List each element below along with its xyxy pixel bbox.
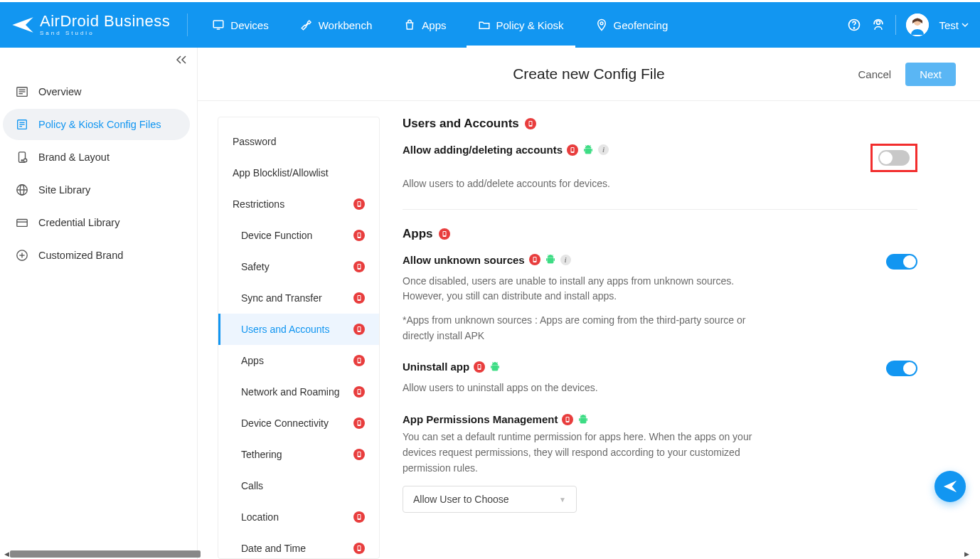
support-icon[interactable] [871,18,885,32]
horizontal-scrollbar[interactable]: ◀ ▶ [3,550,970,558]
sidebar-item-brand-layout[interactable]: Brand & Layout [3,142,190,173]
svg-rect-67 [579,418,580,421]
device-badge-icon [474,361,485,373]
scroll-right-icon[interactable]: ▶ [963,550,970,558]
sidebar-item-customized-brand[interactable]: Customized Brand [3,240,190,271]
svg-point-18 [23,159,27,162]
nav-apps[interactable]: Apps [388,2,462,48]
device-badge-icon [353,198,365,210]
toggle-highlight [870,144,917,172]
device-badge-icon [353,386,365,398]
next-button[interactable]: Next [905,63,956,86]
sidebar-item-policy-kiosk-config[interactable]: Policy & Kiosk Config Files [3,109,190,140]
svg-rect-52 [572,148,574,151]
device-badge-icon [562,414,573,425]
svg-rect-60 [553,258,555,261]
category-item[interactable]: Users and Accounts [218,314,379,345]
scroll-left-icon[interactable]: ◀ [3,550,10,558]
page-title: Create new Config File [513,65,665,82]
svg-rect-46 [358,515,361,518]
category-item[interactable]: Password [218,126,379,157]
category-item[interactable]: Network and Roaming [218,376,379,408]
category-item[interactable]: Apps [218,345,379,376]
setting-note: *Apps from unknown sources : Apps are co… [403,313,758,344]
svg-rect-22 [17,220,27,227]
nav-items: Devices Workbench Apps Policy & Kiosk Ge… [196,2,847,48]
sidebar-item-overview[interactable]: Overview [3,76,190,107]
setting-description: You can set a default runtime permission… [403,430,758,476]
info-icon[interactable]: i [560,255,571,265]
svg-rect-50 [529,122,531,125]
setting-label: Uninstall app [403,361,469,373]
sidebar-item-site-library[interactable]: Site Library [3,174,190,206]
svg-rect-58 [533,257,536,261]
device-badge-icon [353,230,365,241]
svg-rect-44 [358,452,361,456]
nav-policy-kiosk[interactable]: Policy & Kiosk [462,2,580,48]
setting-uninstall-app: Uninstall app Allow users to uninstall a… [403,361,917,396]
category-item[interactable]: Restrictions [218,188,379,220]
folder-icon [478,18,491,31]
pin-icon [595,18,608,31]
section-users-accounts: Users and Accounts [403,117,917,131]
content-header: Create new Config File Cancel Next [198,48,980,101]
category-item[interactable]: Calls [218,470,379,501]
category-item[interactable]: Sync and Transfer [218,282,379,314]
category-item[interactable]: Location [218,501,379,533]
cancel-button[interactable]: Cancel [858,68,891,80]
sidebar-item-credential-library[interactable]: Credential Library [3,207,190,238]
settings-panel: Users and Accounts Allow adding/deleting… [403,117,960,559]
nav-workbench[interactable]: Workbench [284,2,388,48]
category-item[interactable]: Safety [218,251,379,282]
category-item[interactable]: Device Connectivity [218,408,379,439]
svg-rect-66 [567,417,569,421]
phone-gear-icon [16,151,28,164]
svg-rect-54 [592,149,593,151]
nav-geofencing[interactable]: Geofencing [580,2,684,48]
device-badge-icon [439,228,450,240]
svg-rect-34 [358,296,361,299]
wrench-icon [300,18,313,31]
category-item[interactable]: App Blocklist/Allowlist [218,157,379,188]
setting-description: Once disabled, users are unable to insta… [403,274,758,304]
toggle-uninstall-app[interactable] [886,361,917,376]
svg-point-2 [600,22,603,25]
svg-rect-62 [479,365,481,368]
device-badge-icon [353,449,365,460]
category-item[interactable]: Tethering [218,439,379,470]
fab-send[interactable] [934,471,966,502]
svg-rect-64 [499,366,500,368]
svg-rect-32 [358,265,361,268]
paper-plane-logo-icon [11,14,34,36]
toggle-unknown-sources[interactable] [886,254,917,270]
info-icon[interactable]: i [598,144,609,155]
svg-rect-42 [358,421,361,425]
nav-devices[interactable]: Devices [196,2,284,48]
svg-rect-40 [358,390,361,393]
header-right: Test [847,14,969,36]
device-badge-icon [525,118,536,129]
help-icon[interactable] [847,18,861,32]
svg-rect-53 [584,149,585,151]
brand-sub: Sand Studio [40,31,170,36]
user-avatar[interactable] [906,14,929,36]
globe-icon [16,183,28,196]
android-icon [489,361,501,373]
divider [895,15,896,35]
device-badge-icon [353,292,365,304]
section-divider [403,209,917,210]
setting-app-permissions: App Permissions Management You can set a… [403,413,917,513]
setting-label: Allow unknown sources [403,254,525,266]
setting-label: App Permissions Management [403,413,558,425]
toggle-allow-accounts[interactable] [878,150,910,166]
setting-allow-add-delete-accounts: Allow adding/deleting accounts i Allow u… [403,144,917,192]
setting-description: Allow users to uninstall apps on the dev… [403,380,758,396]
permission-select[interactable]: Allow User to Choose ▼ [403,486,577,513]
brand-logo[interactable]: AirDroid Business Sand Studio [11,14,188,36]
category-item[interactable]: Device Function [218,220,379,251]
sidebar-collapse[interactable] [176,55,187,68]
device-badge-icon [529,254,540,265]
chevron-down-icon: ▼ [559,496,566,504]
user-menu[interactable]: Test [939,19,969,31]
monitor-icon [212,18,225,31]
